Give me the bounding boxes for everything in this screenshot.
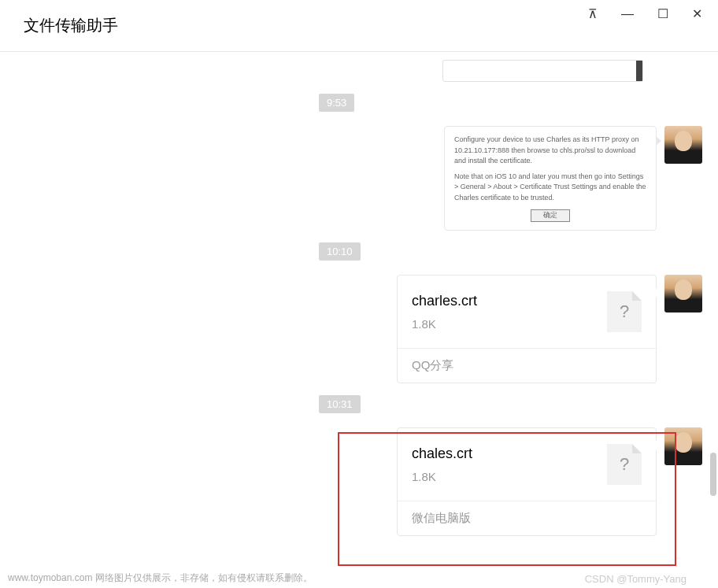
dialog-text: Configure your device to use Charles as … — [454, 135, 646, 167]
filename: charles.crt — [412, 293, 477, 309]
scrollbar-thumb[interactable] — [710, 453, 716, 496]
timestamp: 10:10 — [319, 242, 361, 261]
avatar[interactable] — [664, 126, 702, 164]
highlight-annotation — [338, 432, 676, 566]
message-row: charles.crt 1.8K ? QQ分享 — [16, 275, 702, 383]
input-bubble — [442, 60, 643, 82]
file-info: charles.crt 1.8K — [412, 293, 477, 331]
message-row: Configure your device to use Charles as … — [16, 126, 702, 231]
filesize: 1.8K — [412, 317, 477, 331]
timestamp: 9:53 — [319, 94, 354, 112]
watermark: CSDN @Tommy-Yang — [585, 573, 687, 585]
dialog-screenshot[interactable]: Configure your device to use Charles as … — [444, 126, 657, 231]
avatar[interactable] — [664, 275, 702, 312]
message-row — [16, 60, 643, 82]
file-card[interactable]: charles.crt 1.8K ? QQ分享 — [397, 275, 657, 383]
window-controls: ⊼ — ☐ ✕ — [588, 6, 702, 21]
file-icon: ? — [607, 291, 642, 332]
file-source: QQ分享 — [398, 348, 656, 383]
footer-disclaimer: www.toymoban.com 网络图片仅供展示，非存储，如有侵权请联系删除。 — [8, 571, 313, 585]
close-icon[interactable]: ✕ — [692, 6, 702, 21]
chat-title: 文件传输助手 — [24, 15, 118, 36]
minimize-icon[interactable]: — — [621, 7, 634, 21]
pin-icon[interactable]: ⊼ — [588, 6, 598, 21]
timestamp: 10:31 — [319, 395, 361, 413]
scrollbar-track — [710, 134, 716, 527]
dialog-text: Note that on iOS 10 and later you must t… — [454, 172, 646, 204]
ok-button: 确定 — [531, 209, 570, 222]
file-card-body: charles.crt 1.8K ? — [398, 276, 656, 348]
maximize-icon[interactable]: ☐ — [657, 6, 668, 21]
